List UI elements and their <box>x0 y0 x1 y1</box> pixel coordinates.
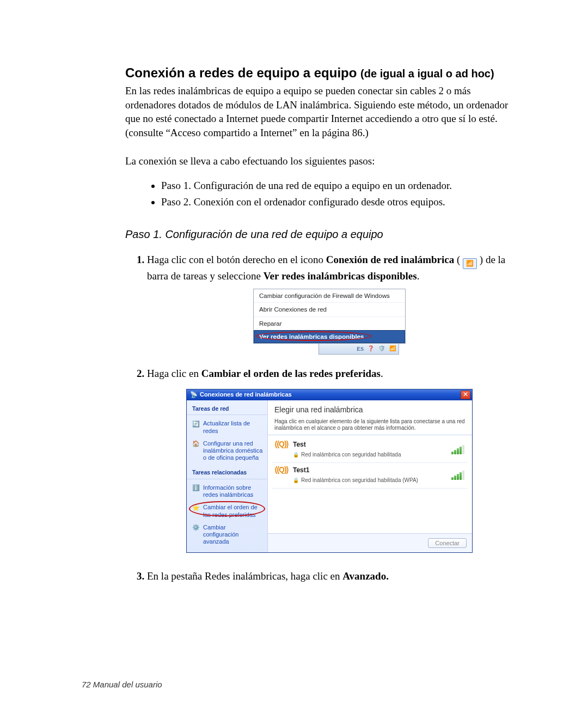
network-name: Test1 <box>293 466 418 475</box>
intro-paragraph: En las redes inalámbricas de equipo a eq… <box>125 84 512 140</box>
tray-lang: ES <box>357 345 364 353</box>
dialog-title: Conexiones de red inalámbricas <box>200 391 292 399</box>
dialog-main: Elegir una red inalámbrica Haga clic en … <box>268 400 472 553</box>
ctx-item-repair[interactable]: Reparar <box>254 316 405 330</box>
side-link-info[interactable]: Información sobre redes inalámbricas <box>187 482 267 501</box>
step-list: Paso 1. Configuración de una red de equi… <box>125 178 512 210</box>
side-link-info-label: Información sobre redes inalámbricas <box>203 484 263 498</box>
proc1-end: . <box>417 270 420 282</box>
dialog-titlebar: Conexiones de red inalámbricas ✕ <box>187 389 472 400</box>
side-link-advanced[interactable]: Cambiar configuración avanzada <box>187 521 267 549</box>
side-link-order[interactable]: Cambiar el orden de las redes preferidas <box>187 501 267 521</box>
side-link-advanced-label: Cambiar configuración avanzada <box>203 524 263 546</box>
title-paren: (de igual a igual o ad hoc) <box>360 68 494 80</box>
antenna-icon <box>190 391 198 399</box>
proc1-mid: ( <box>454 254 463 265</box>
side-group-related: Tareas relacionadas <box>187 464 267 479</box>
proc-step-2: Haga clic en Cambiar el orden de las red… <box>147 367 512 553</box>
page-number: 72 Manual del usuario <box>82 680 162 689</box>
lock-icon <box>293 477 299 484</box>
home-network-icon <box>192 440 200 448</box>
proc-step-3: En la pestaña Redes inalámbricas, haga c… <box>147 569 512 584</box>
title-main: Conexión a redes de equipo a equipo <box>125 65 360 80</box>
side-link-refresh-label: Actualizar lista de redes <box>203 420 263 434</box>
proc3-bold: Avanzado. <box>342 570 389 582</box>
connect-button[interactable]: Conectar <box>428 538 467 548</box>
broadcast-icon <box>274 440 289 448</box>
paso1-heading: Paso 1. Configuración de una red de equi… <box>125 228 512 241</box>
wifi-tray-icon[interactable] <box>389 345 396 352</box>
help-icon[interactable] <box>367 345 375 352</box>
signal-icon <box>451 471 465 480</box>
shield-icon[interactable] <box>378 345 385 352</box>
proc1-bold1: Conexión de red inalámbrica <box>326 254 455 265</box>
taskbar-tray: ES <box>318 344 399 355</box>
proc1-bold2: Ver redes inalámbricas disponibles <box>264 270 417 282</box>
proc2-end: . <box>381 368 383 379</box>
ctx-item-view-networks[interactable]: Ver redes inalámbricas disponibles <box>254 330 405 343</box>
network-subtitle: Red inalámbrica con seguridad habilitada… <box>301 477 418 484</box>
ctx-item-view-networks-label: Ver redes inalámbricas disponibles <box>259 333 364 340</box>
network-list: Test Red inalámbrica con seguridad habil… <box>268 435 472 533</box>
broadcast-icon <box>274 466 289 473</box>
lead-paragraph: La conexión se lleva a cabo efectuando l… <box>125 154 512 168</box>
step-item: Paso 1. Configuración de una red de equi… <box>161 178 512 193</box>
proc1-pre: Haga clic con el botón derecho en el ico… <box>147 254 326 265</box>
main-note: Haga clic en cualquier elemento de la si… <box>268 417 472 435</box>
wireless-dialog: Conexiones de red inalámbricas ✕ Tareas … <box>186 389 473 553</box>
dialog-body: Tareas de red Actualizar lista de redes … <box>187 400 472 553</box>
signal-icon <box>451 445 465 454</box>
side-link-setup[interactable]: Configurar una red inalámbrica doméstica… <box>187 437 267 465</box>
info-icon <box>192 484 200 492</box>
gear-icon <box>192 524 200 532</box>
lock-icon <box>293 451 299 459</box>
wireless-tray-icon <box>463 258 477 269</box>
ctx-item-open-conn[interactable]: Abrir Conexiones de red <box>254 302 405 316</box>
main-heading: Elegir una red inalámbrica <box>268 400 472 418</box>
proc2-pre: Haga clic en <box>147 368 201 379</box>
procedure-list: Haga clic con el botón derecho en el ico… <box>125 253 512 584</box>
close-button[interactable]: ✕ <box>461 391 470 399</box>
dialog-footer: Conectar <box>268 533 472 552</box>
proc3-pre: En la pestaña Redes inalámbricas, haga c… <box>147 570 342 582</box>
side-link-setup-label: Configurar una red inalámbrica doméstica… <box>203 440 263 462</box>
network-subtitle: Red inalámbrica con seguridad habilitada <box>301 451 401 459</box>
context-menu: Cambiar configuración de Firewall de Win… <box>253 289 406 343</box>
network-item[interactable]: Test Red inalámbrica con seguridad habil… <box>272 437 468 463</box>
proc2-bold: Cambiar el orden de las redes preferidas <box>201 368 381 379</box>
side-link-refresh[interactable]: Actualizar lista de redes <box>187 417 267 437</box>
dialog-sidebar: Tareas de red Actualizar lista de redes … <box>187 400 268 553</box>
context-menu-figure: Cambiar configuración de Firewall de Win… <box>253 289 406 355</box>
network-name: Test <box>293 440 401 449</box>
refresh-icon <box>192 420 200 428</box>
section-title: Conexión a redes de equipo a equipo (de … <box>125 65 512 81</box>
step-item: Paso 2. Conexión con el ordenador config… <box>161 194 512 210</box>
side-link-order-label: Cambiar el orden de las redes preferidas <box>203 504 263 518</box>
network-item[interactable]: Test1 Red inalámbrica con seguridad habi… <box>272 463 468 489</box>
star-icon <box>192 504 200 511</box>
ctx-item-firewall[interactable]: Cambiar configuración de Firewall de Win… <box>254 289 405 302</box>
proc-step-1: Haga clic con el botón derecho en el ico… <box>147 253 512 355</box>
side-group-network: Tareas de red <box>187 400 267 416</box>
